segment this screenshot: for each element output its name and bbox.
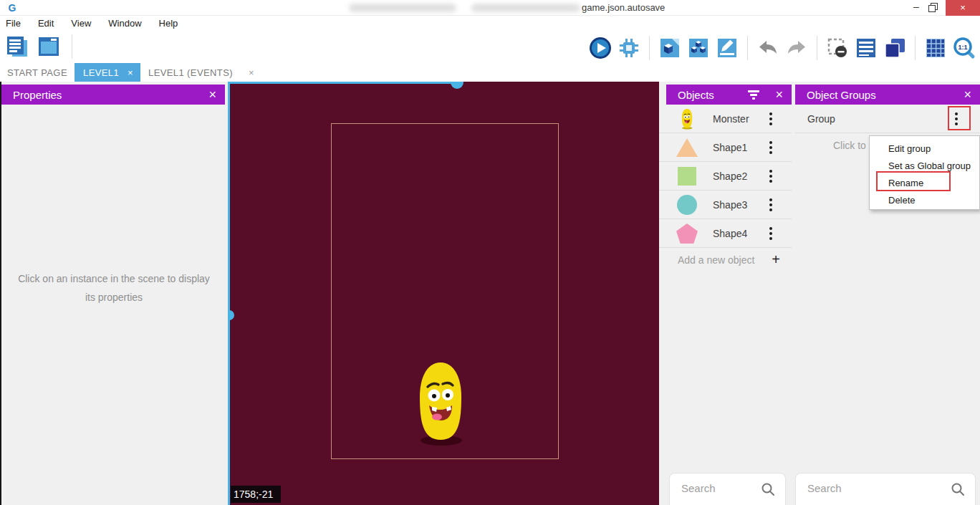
- groups-hint-partial: Click to: [833, 140, 869, 151]
- menu-item-set-global-group[interactable]: Set as Global group: [870, 158, 979, 175]
- properties-panel: Properties × Click on an instance in the…: [1, 82, 225, 505]
- group-row[interactable]: Group: [795, 105, 980, 133]
- object-menu-icon[interactable]: [766, 140, 776, 155]
- gdevelop-logo-icon: G: [6, 1, 19, 14]
- title-bar: G game.json.autosave – ×: [0, 0, 980, 16]
- properties-hint: Click on an instance in the scene to dis…: [13, 270, 215, 307]
- groups-search-input[interactable]: [807, 482, 933, 494]
- resize-handle-left[interactable]: [228, 310, 234, 320]
- pentagon-thumbnail-icon: [676, 223, 698, 244]
- object-name: Monster: [713, 113, 749, 125]
- title-redacted-segment: [471, 4, 580, 12]
- window-title: game.json.autosave: [582, 2, 665, 13]
- title-redacted-segment: [349, 4, 456, 12]
- objects-search-input[interactable]: [681, 482, 762, 494]
- object-row-shape1[interactable]: Shape1: [659, 133, 792, 162]
- object-name: Shape4: [713, 228, 747, 239]
- open-properties-panel-icon[interactable]: [716, 37, 739, 59]
- object-menu-icon[interactable]: [766, 111, 776, 127]
- object-row-shape2[interactable]: Shape2: [659, 162, 792, 191]
- selection-border-top: [228, 82, 458, 84]
- object-menu-icon[interactable]: [766, 226, 776, 241]
- search-icon[interactable]: [951, 482, 965, 496]
- redo-icon[interactable]: [785, 37, 808, 59]
- menu-file[interactable]: File: [6, 18, 21, 29]
- properties-panel-header: Properties ×: [1, 85, 225, 105]
- tab-level1-events-close-icon[interactable]: ×: [249, 67, 254, 78]
- objects-panel-header: Objects ×: [666, 85, 792, 105]
- menu-bar: File Edit View Window Help: [0, 16, 980, 30]
- object-menu-icon[interactable]: [766, 168, 776, 184]
- open-object-groups-panel-icon[interactable]: [687, 37, 710, 59]
- triangle-thumbnail-icon: [676, 137, 698, 158]
- play-icon[interactable]: [589, 37, 612, 59]
- scene-canvas[interactable]: 1758;-21: [228, 82, 659, 505]
- menu-window[interactable]: Window: [108, 18, 141, 29]
- cursor-coordinates: 1758;-21: [231, 486, 281, 503]
- circle-thumbnail-icon: [676, 194, 698, 216]
- monster-thumbnail-icon: [676, 108, 698, 130]
- monster-instance[interactable]: [415, 360, 466, 447]
- object-name: Shape2: [713, 170, 747, 182]
- selection-border-left: [228, 82, 230, 505]
- object-row-shape3[interactable]: Shape3: [659, 191, 792, 219]
- group-menu-icon[interactable]: [951, 111, 961, 127]
- start-page-icon[interactable]: [37, 35, 60, 58]
- open-objects-panel-icon[interactable]: [658, 37, 681, 59]
- delete-selection-icon[interactable]: [826, 37, 849, 59]
- group-name: Group: [807, 113, 835, 125]
- objects-close-icon[interactable]: ×: [775, 85, 783, 105]
- properties-close-icon[interactable]: ×: [208, 85, 216, 105]
- objects-panel-title: Objects: [678, 89, 748, 101]
- zoom-options-icon[interactable]: 1:1: [953, 37, 976, 59]
- restore-button[interactable]: [928, 3, 938, 12]
- tab-level1-close-icon[interactable]: ×: [128, 67, 133, 78]
- tab-level1[interactable]: LEVEL1 ×: [75, 63, 140, 82]
- object-name: Shape3: [713, 199, 747, 211]
- properties-panel-title: Properties: [13, 89, 208, 101]
- tab-bar: START PAGE LEVEL1 × LEVEL1 (EVENTS) ×: [0, 63, 980, 82]
- object-groups-panel: Object Groups × Group Click to Edit grou…: [792, 82, 980, 505]
- toolbar: 1:1: [0, 30, 980, 63]
- object-groups-close-icon[interactable]: ×: [964, 85, 971, 105]
- tab-level1-events[interactable]: LEVEL1 (EVENTS) ×: [148, 63, 254, 82]
- menu-help[interactable]: Help: [159, 18, 178, 29]
- object-row-monster[interactable]: Monster: [659, 105, 792, 133]
- close-button[interactable]: ×: [946, 0, 980, 16]
- minimize-button[interactable]: –: [905, 0, 927, 16]
- menu-item-rename[interactable]: Rename: [870, 175, 979, 192]
- object-name: Shape1: [713, 142, 747, 153]
- resize-handle-top[interactable]: [451, 82, 463, 89]
- square-thumbnail-icon: [676, 165, 698, 187]
- menu-view[interactable]: View: [71, 18, 91, 29]
- object-groups-panel-header: Object Groups ×: [795, 85, 980, 105]
- menu-item-delete[interactable]: Delete: [870, 192, 979, 209]
- project-manager-icon[interactable]: [6, 35, 29, 58]
- filter-icon[interactable]: [748, 90, 759, 99]
- object-groups-panel-title: Object Groups: [807, 89, 964, 101]
- open-layers-panel-icon[interactable]: [883, 37, 906, 59]
- debug-icon[interactable]: [618, 37, 640, 59]
- plus-icon: +: [772, 251, 780, 268]
- objects-panel: Objects × Monster Shape1 Shape2 Shape3: [659, 82, 792, 505]
- groups-search-box: [795, 473, 976, 505]
- tab-start-page[interactable]: START PAGE: [7, 63, 67, 82]
- toggle-grid-icon[interactable]: [924, 37, 947, 59]
- group-context-menu: Edit group Set as Global group Rename De…: [869, 135, 980, 210]
- search-icon[interactable]: [761, 482, 775, 496]
- open-objects-list-icon[interactable]: [855, 37, 878, 59]
- menu-item-edit-group[interactable]: Edit group: [870, 140, 979, 158]
- objects-search-box: [669, 473, 786, 505]
- object-menu-icon[interactable]: [766, 197, 776, 213]
- undo-icon[interactable]: [756, 37, 779, 59]
- zoom-ratio-label: 1:1: [958, 44, 967, 51]
- menu-edit[interactable]: Edit: [38, 18, 54, 29]
- add-new-object-button[interactable]: Add a new object +: [659, 248, 792, 274]
- object-row-shape4[interactable]: Shape4: [659, 219, 792, 248]
